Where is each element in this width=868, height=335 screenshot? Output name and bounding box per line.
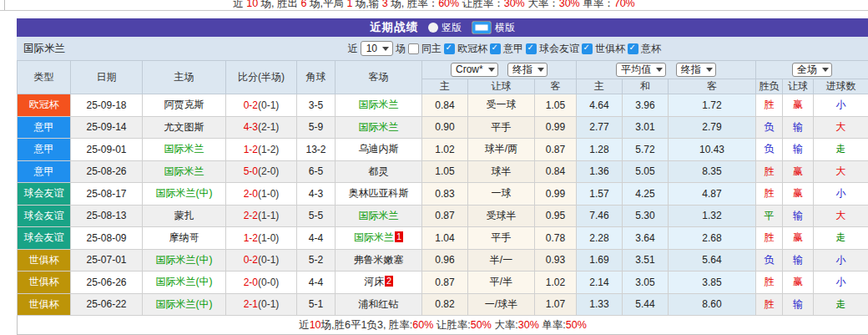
league-badge: 欧冠杯	[18, 94, 71, 117]
league-checkbox-friendly[interactable]	[526, 43, 537, 54]
summary-segment: 场, 胜率：	[388, 0, 438, 9]
summary-segment: 50%	[471, 319, 492, 331]
result-goals: 小	[814, 183, 868, 206]
col-ah-home: 主	[422, 79, 468, 94]
team-name: 乌迪内斯	[359, 143, 399, 155]
result-handicap: 赢	[783, 160, 814, 183]
near-label: 近	[348, 42, 358, 56]
eu-away-odds: 8.60	[669, 293, 756, 316]
ah-away-odds: 1.05	[535, 94, 577, 117]
result-goals: 走	[814, 227, 868, 250]
chevron-down-icon	[822, 68, 829, 72]
eu-draw-odds: 3.64	[623, 227, 669, 250]
europe-time-select[interactable]: 终指	[676, 63, 716, 77]
result-goals: 大	[814, 160, 868, 183]
radio-unselected-icon[interactable]	[428, 23, 438, 33]
team-name: 蒙扎	[174, 210, 194, 221]
eu-home-odds: 2.28	[577, 227, 623, 250]
match-date: 25-08-09	[71, 227, 143, 250]
header-group-row: 类型 日期 主场 比分(半场) 角球 客场 Crow* 终指 平均值 终指 全场	[18, 61, 868, 79]
result-handicap: 输	[783, 249, 814, 272]
radio-selected-icon[interactable]	[472, 21, 492, 34]
eu-home-odds: 4.64	[577, 94, 623, 117]
score-cell: 2-0(0-0)	[226, 272, 297, 294]
ah-line: 平手	[468, 227, 535, 250]
summary-segment: 近	[233, 0, 246, 9]
league-label-friendly: 球会友谊	[539, 42, 579, 56]
league-badge: 球会友谊	[18, 227, 71, 250]
league-badge: 意甲	[18, 160, 71, 183]
eu-home-odds: 1.69	[577, 249, 623, 272]
europe-company-select[interactable]: 平均值	[616, 63, 666, 77]
league-checkbox-coppa[interactable]	[628, 43, 638, 54]
col-eu-away: 客	[669, 79, 756, 94]
halftime-score: (1-0)	[258, 232, 279, 244]
summary-segment: 场,胜6平1负3, 胜率:	[321, 319, 413, 331]
score-cell: 0-2(0-1)	[226, 94, 297, 117]
chevron-down-icon	[706, 68, 713, 72]
recent-results-page: 近 10 场, 胜出 6 场,平局 1 场,输 3 场, 胜率：60% 让胜率：…	[0, 0, 868, 335]
match-date: 25-09-18	[71, 94, 143, 117]
eu-away-odds: 5.64	[669, 249, 756, 272]
match-date: 25-08-13	[71, 205, 143, 227]
league-checkbox-ucl[interactable]	[444, 43, 455, 54]
eu-away-odds: 10.43	[669, 139, 756, 161]
result-handicap: 输	[783, 139, 814, 161]
col-score: 比分(半场)	[226, 61, 297, 94]
table-row: 世俱杯25-07-01国际米兰(中)0-2(0-1)5-2弗鲁米嫩塞0.96半/…	[18, 249, 868, 272]
match-count-select[interactable]: 10	[361, 41, 393, 56]
ah-home-odds: 0.84	[422, 94, 468, 117]
league-badge: 意甲	[18, 139, 71, 161]
result-wdl: 胜	[756, 160, 783, 183]
ah-away-odds: 0.95	[535, 205, 577, 227]
ah-line: 一球	[468, 183, 535, 206]
table-row: 球会友谊25-08-17国际米兰(中)2-0(1-0)4-3奥林匹亚科斯0.83…	[18, 183, 868, 206]
period-select[interactable]: 全场	[792, 63, 832, 77]
fulltime-score: 0-2	[244, 254, 258, 266]
fulltime-score: 2-1	[244, 298, 258, 310]
section-titlebar: 近期战绩 竖版 横版	[17, 18, 868, 37]
same-home-label: 同主	[421, 42, 442, 56]
red-card-badge: 2	[385, 276, 393, 287]
summary-segment: 场,平局	[307, 0, 347, 9]
summary-segment: 50%	[566, 319, 587, 331]
team-name: 国际米兰	[359, 210, 399, 221]
summary-text: 近 10 场, 胜出 6 场,平局 1 场,输 3 场, 胜率：60% 让胜率：…	[0, 0, 868, 11]
eu-draw-odds: 3.51	[623, 249, 669, 272]
section-title: 近期战绩	[370, 20, 418, 35]
home-team: 蒙扎	[143, 205, 226, 227]
match-date: 25-06-22	[71, 293, 143, 316]
same-home-checkbox[interactable]	[408, 43, 419, 54]
corner-count: 5-2	[297, 249, 336, 272]
team-name: 浦和红钻	[359, 298, 399, 310]
eu-draw-odds: 5.44	[623, 293, 669, 316]
eu-draw-odds: 4.25	[623, 183, 669, 206]
league-badge: 世俱杯	[18, 272, 71, 294]
summary-segment: 场,输	[352, 0, 381, 9]
col-type: 类型	[18, 61, 71, 94]
league-checkbox-cwc[interactable]	[582, 43, 593, 54]
col-corner: 角球	[297, 61, 336, 94]
away-team: 国际米兰	[336, 116, 422, 139]
team-name: 弗鲁米嫩塞	[354, 254, 404, 266]
col-result-handicap: 让球	[783, 79, 814, 94]
team-name: 尤文图斯	[164, 121, 204, 133]
eu-away-odds: 8.35	[669, 160, 756, 183]
league-checkbox-seriea[interactable]	[490, 43, 501, 54]
home-team: 国际米兰(中)	[143, 293, 226, 316]
chevron-down-icon	[537, 68, 544, 72]
ah-home-odds: 0.96	[422, 249, 468, 272]
league-label-seriea: 意甲	[503, 42, 523, 56]
home-team: 摩纳哥	[143, 227, 226, 250]
radio-vertical-layout[interactable]: 竖版	[428, 21, 462, 35]
ah-line: 受球半	[468, 205, 535, 227]
corner-count: 4-4	[297, 272, 336, 294]
match-date: 25-09-14	[71, 116, 143, 139]
radio-horizontal-layout[interactable]: 横版	[472, 21, 515, 35]
ah-line: 受一球	[468, 94, 535, 117]
handicap-time-select[interactable]: 终指	[507, 63, 548, 77]
handicap-company-select[interactable]: Crow*	[451, 63, 498, 77]
footer-row: 近10场,胜6平1负3, 胜率:60% 让胜率:50% 大率:30% 单率:50…	[18, 316, 868, 335]
home-team: 国际米兰	[143, 160, 226, 183]
eu-away-odds: 1.32	[669, 205, 756, 227]
